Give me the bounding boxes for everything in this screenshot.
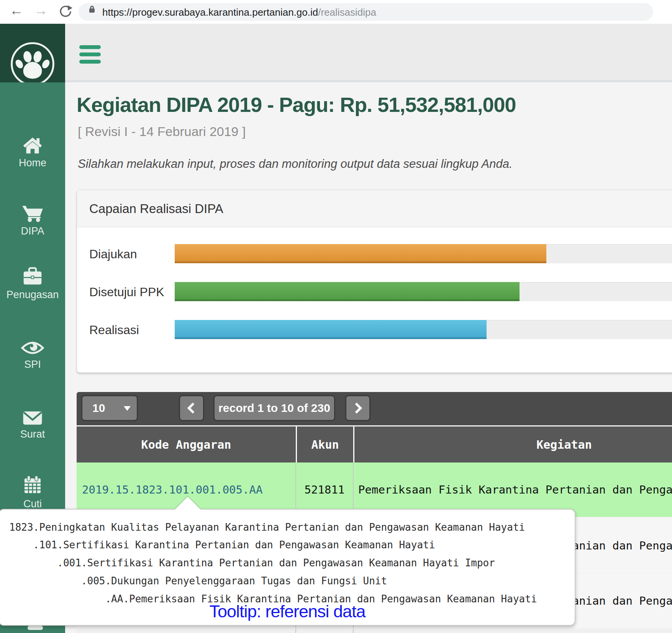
panel-title: Capaian Realisasi DIPA: [89, 202, 223, 216]
bar-label: Diajukan: [89, 247, 137, 261]
page-size-value: 10: [92, 402, 105, 415]
revision-note: [ Revisi I - 14 Februari 2019 ]: [78, 124, 246, 139]
sidebar-item-label: Cuti: [0, 498, 65, 510]
bar-label: Realisasi: [89, 323, 139, 337]
record-range-info: record 1 to 10 of 230: [213, 395, 335, 421]
sidebar-item-home[interactable]: Home: [0, 135, 65, 169]
reload-icon[interactable]: [56, 5, 75, 23]
home-icon: [22, 135, 43, 155]
sidebar-item-dipa[interactable]: DIPA: [0, 204, 65, 237]
browser-toolbar: ← → https://progev.surabaya.karantina.pe…: [0, 0, 672, 25]
chart-row-diajukan: Diajukan: [77, 244, 672, 263]
table-pagination-bar: 10 record 1 to 10 of 230: [77, 392, 672, 425]
column-header-akun: Akun: [297, 426, 353, 462]
header-divider: [0, 80, 672, 82]
sidebar-next-item-icon: [28, 626, 43, 630]
chevron-right-icon: [351, 403, 362, 413]
bar-track: [175, 244, 672, 263]
bar-label: Disetujui PPK: [89, 285, 164, 299]
tooltip-line: 1823.Peningkatan Kualitas Pelayanan Kara…: [9, 521, 525, 533]
bar-diajukan: [175, 244, 546, 263]
sidebar-item-spi[interactable]: SPI: [0, 339, 65, 371]
sidebar-item-label: SPI: [0, 359, 65, 371]
cart-icon: [21, 204, 44, 223]
table-row-partial: [77, 629, 672, 633]
app-logo[interactable]: [0, 24, 65, 82]
next-page-button[interactable]: [345, 395, 370, 421]
envelope-icon: [21, 409, 44, 426]
sidebar-item-surat[interactable]: Surat: [0, 409, 65, 440]
url-bar[interactable]: https://progev.surabaya.karantina.pertan…: [79, 3, 653, 21]
sidebar-item-cuti[interactable]: Cuti: [0, 474, 65, 510]
panel-header: Capaian Realisasi DIPA: [77, 190, 672, 227]
realisasi-chart-panel: Capaian Realisasi DIPA Diajukan Disetuju…: [77, 190, 672, 373]
chevron-left-icon: [187, 403, 198, 413]
page-size-select[interactable]: 10: [81, 395, 138, 421]
sidebar-item-label: DIPA: [0, 225, 65, 237]
paw-icon: [10, 41, 56, 87]
chart-row-realisasi: Realisasi: [77, 320, 672, 339]
sidebar-item-penugasan[interactable]: Penugasan: [0, 267, 65, 301]
tooltip-line: .101.Sertifikasi Karantina Pertanian dan…: [9, 539, 435, 551]
prev-page-button[interactable]: [179, 395, 204, 421]
instruction-text: Silahkan melakukan input, proses dan mon…: [78, 157, 513, 171]
table-header-row: Kode Anggaran Akun Kegiatan: [77, 426, 672, 462]
bar-realisasi: [175, 320, 487, 339]
bar-disetujui-ppk: [175, 282, 520, 301]
sidebar-item-label: Surat: [0, 428, 65, 440]
bar-track: [175, 320, 672, 339]
url-text: https://progev.surabaya.karantina.pertan…: [102, 7, 376, 18]
forward-icon[interactable]: →: [31, 2, 51, 18]
menu-toggle-icon[interactable]: [79, 45, 101, 64]
tooltip-annotation: Tooltip: referensi data: [169, 602, 406, 622]
column-header-kode-anggaran: Kode Anggaran: [77, 426, 296, 462]
back-icon[interactable]: ←: [7, 2, 26, 18]
tooltip-line: .001.Sertifikasi Karantina Pertanian dan…: [9, 557, 495, 569]
sidebar-item-label: Penugasan: [0, 289, 65, 301]
calendar-icon: [22, 474, 43, 496]
bar-track: [175, 282, 672, 301]
app-header: [0, 24, 672, 82]
caret-down-icon: [124, 406, 131, 411]
column-header-kegiatan: Kegiatan: [354, 426, 672, 462]
lock-icon[interactable]: [89, 8, 95, 13]
tooltip-arrow: [175, 497, 201, 510]
sidebar-item-label: Home: [0, 157, 65, 169]
eye-icon: [21, 339, 44, 356]
briefcase-icon: [21, 267, 44, 287]
tooltip-line: .005.Dukungan Penyelenggaraan Tugas dan …: [9, 575, 387, 587]
page-title: Kegiatan DIPA 2019 - Pagu: Rp. 51,532,58…: [77, 93, 651, 116]
chart-row-disetujui-ppk: Disetujui PPK: [77, 282, 672, 301]
